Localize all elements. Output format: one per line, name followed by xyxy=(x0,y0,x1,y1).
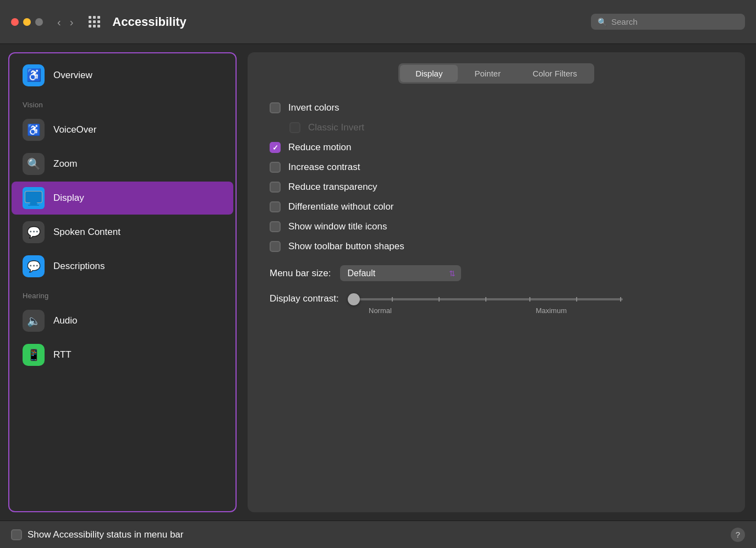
option-label-differentiate-without-color: Differentiate without color xyxy=(288,201,394,212)
spoken-content-icon: 💬 xyxy=(23,221,45,243)
help-button[interactable]: ? xyxy=(731,528,745,542)
svg-rect-2 xyxy=(30,202,37,205)
nav-arrows: ‹ › xyxy=(54,14,76,30)
slider-container xyxy=(348,297,623,300)
hearing-section-header: Hearing xyxy=(9,284,235,303)
tabs: Display Pointer Color Filters xyxy=(398,63,594,84)
option-reduce-transparency: Reduce transparency xyxy=(270,178,723,196)
vision-section-header: Vision xyxy=(9,93,235,112)
tab-color-filters[interactable]: Color Filters xyxy=(517,65,593,82)
option-label-increase-contrast: Increase contrast xyxy=(288,162,360,173)
sidebar-item-label: RTT xyxy=(53,349,72,360)
slider-max-label: Maximum xyxy=(536,306,567,315)
option-label-reduce-transparency: Reduce transparency xyxy=(288,182,377,193)
panel-inner: Display Pointer Color Filters Invert col… xyxy=(248,52,745,512)
slider-track xyxy=(348,298,623,300)
back-button[interactable]: ‹ xyxy=(54,14,64,30)
option-label-show-toolbar-button-shapes: Show toolbar button shapes xyxy=(288,241,404,252)
overview-icon: ♿ xyxy=(23,64,45,86)
rtt-icon: 📱 xyxy=(23,344,45,366)
checkbox-increase-contrast[interactable] xyxy=(270,162,281,173)
menu-bar-size-row: Menu bar size: Default Large ⇅ xyxy=(259,255,734,284)
menu-bar-size-label: Menu bar size: xyxy=(270,268,331,279)
checkbox-reduce-motion[interactable]: ✓ xyxy=(270,142,281,153)
display-contrast-label: Display contrast: xyxy=(270,293,339,304)
sidebar-item-display[interactable]: Display xyxy=(12,182,233,215)
bottom-bar: Show Accessibility status in menu bar ? xyxy=(0,520,756,548)
right-panel: Display Pointer Color Filters Invert col… xyxy=(237,44,756,520)
slider-thumb[interactable] xyxy=(348,293,360,305)
descriptions-icon: 💬 xyxy=(23,255,45,277)
checkbox-reduce-transparency[interactable] xyxy=(270,182,281,193)
checkbox-show-window-title-icons[interactable] xyxy=(270,221,281,232)
sidebar-item-spoken-content[interactable]: 💬 Spoken Content xyxy=(12,216,233,249)
tabs-container: Display Pointer Color Filters xyxy=(259,63,734,84)
traffic-lights xyxy=(11,18,43,26)
sidebar-item-overview[interactable]: ♿ Overview xyxy=(12,59,233,92)
option-reduce-motion: ✓ Reduce motion xyxy=(270,139,723,156)
option-invert-colors: Invert colors xyxy=(270,99,723,117)
contrast-label-row: Display contrast: xyxy=(270,293,734,304)
sidebar-item-label: Display xyxy=(53,193,84,204)
menu-bar-size-select-wrapper: Default Large ⇅ xyxy=(340,265,461,281)
sidebar-item-descriptions[interactable]: 💬 Descriptions xyxy=(12,250,233,283)
options-list: Invert colors Classic Invert ✓ Reduce mo… xyxy=(259,99,734,255)
display-icon xyxy=(23,187,45,209)
search-box[interactable]: 🔍 xyxy=(591,14,745,30)
slider-min-label: Normal xyxy=(369,306,392,315)
sidebar-item-rtt[interactable]: 📱 RTT xyxy=(12,338,233,371)
audio-icon: 🔈 xyxy=(23,310,45,332)
checkbox-differentiate-without-color[interactable] xyxy=(270,201,281,212)
option-label-reduce-motion: Reduce motion xyxy=(288,142,351,153)
sidebar-item-label: Audio xyxy=(53,315,77,326)
sidebar-item-label: Overview xyxy=(53,70,92,81)
forward-button[interactable]: › xyxy=(67,14,77,30)
sidebar-item-voiceover[interactable]: ♿ VoiceOver xyxy=(12,113,233,146)
search-icon: 🔍 xyxy=(598,18,607,26)
sidebar-item-audio[interactable]: 🔈 Audio xyxy=(12,304,233,337)
sidebar-item-label: Zoom xyxy=(53,158,77,169)
option-label-show-window-title-icons: Show window title icons xyxy=(288,221,387,232)
maximize-button[interactable] xyxy=(35,18,43,26)
minimize-button[interactable] xyxy=(23,18,31,26)
option-label-classic-invert: Classic Invert xyxy=(308,122,364,133)
checkbox-accessibility-status[interactable] xyxy=(11,529,22,540)
page-title: Accessibility xyxy=(112,15,584,29)
option-show-window-title-icons: Show window title icons xyxy=(270,218,723,235)
display-contrast-row: Display contrast: xyxy=(259,284,734,315)
option-classic-invert: Classic Invert xyxy=(270,119,723,136)
option-label-invert-colors: Invert colors xyxy=(288,102,339,113)
checkbox-classic-invert[interactable] xyxy=(289,122,300,133)
sidebar-item-label: Descriptions xyxy=(53,261,105,272)
checkmark-reduce-motion: ✓ xyxy=(272,144,278,152)
svg-rect-3 xyxy=(28,205,39,206)
bottom-bar-left: Show Accessibility status in menu bar xyxy=(11,529,183,540)
option-differentiate-without-color: Differentiate without color xyxy=(270,198,723,216)
checkbox-invert-colors[interactable] xyxy=(270,102,281,113)
titlebar: ‹ › Accessibility 🔍 xyxy=(0,0,756,44)
main-area: ♿ Overview Vision ♿ VoiceOver 🔍 Zoom xyxy=(0,44,756,520)
option-show-toolbar-button-shapes: Show toolbar button shapes xyxy=(270,238,723,255)
sidebar: ♿ Overview Vision ♿ VoiceOver 🔍 Zoom xyxy=(8,52,237,512)
option-increase-contrast: Increase contrast xyxy=(270,158,723,176)
tab-pointer[interactable]: Pointer xyxy=(459,65,516,82)
sidebar-item-label: Spoken Content xyxy=(53,227,120,238)
accessibility-status-label: Show Accessibility status in menu bar xyxy=(28,529,183,540)
tab-display[interactable]: Display xyxy=(400,65,458,82)
zoom-icon: 🔍 xyxy=(23,153,45,175)
svg-rect-1 xyxy=(25,191,42,202)
sidebar-item-label: VoiceOver xyxy=(53,124,96,135)
menu-bar-size-select[interactable]: Default Large xyxy=(340,265,461,281)
voiceover-icon: ♿ xyxy=(23,119,45,141)
checkbox-show-toolbar-button-shapes[interactable] xyxy=(270,241,281,252)
sidebar-item-zoom[interactable]: 🔍 Zoom xyxy=(12,147,233,180)
grid-icon[interactable] xyxy=(89,16,100,28)
search-input[interactable] xyxy=(611,17,732,26)
close-button[interactable] xyxy=(11,18,19,26)
